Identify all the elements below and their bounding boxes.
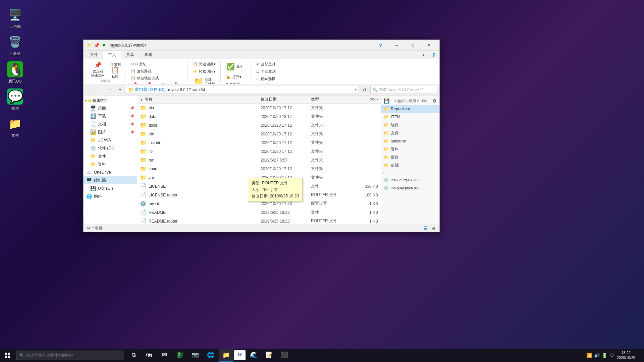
store-app[interactable]: 🛍 (142, 349, 156, 362)
up-button[interactable]: ↑ (106, 85, 114, 94)
refresh-button[interactable]: ↺ (360, 85, 369, 94)
right-panel-software[interactable]: 📁 软件 (381, 121, 439, 129)
camera-app[interactable]: 📷 (188, 349, 203, 362)
ribbon-help-button[interactable]: ? (429, 51, 438, 59)
minimize-button[interactable]: ─ (389, 40, 405, 51)
invert-selection-button[interactable]: ⊟ 反向选择 (254, 75, 277, 82)
select-none-button[interactable]: ☐ 全部取消 (254, 68, 278, 75)
sidebar-item-desktop[interactable]: 🖥️ 桌面 📌 (84, 104, 137, 112)
new-item-button[interactable]: 📋 新建项目▾ (191, 61, 218, 67)
speaker-icon[interactable]: 🔊 (594, 353, 600, 358)
taskbar-search-bar[interactable]: 🔍 (16, 351, 123, 360)
sidebar-item-onedrive[interactable]: ☁️ OneDrive (84, 168, 137, 176)
open-button[interactable]: 🔓 打开▾ (224, 73, 244, 80)
right-panel-repository[interactable]: 📁 Repository (381, 105, 439, 113)
svg-rect-3 (8, 356, 10, 358)
paste-shortcut-button[interactable]: 📋 粘贴快捷方式 (129, 75, 161, 81)
col-name-header[interactable]: ▲ 名称 (140, 97, 261, 102)
table-row[interactable]: 📁docs 2020/10/20 17:12 文件夹 (137, 121, 381, 130)
ribbon-collapse-button[interactable]: ▲ (419, 51, 428, 59)
list-view-button[interactable]: ☰ (422, 225, 429, 232)
table-row[interactable]: 📁lib 2020/10/20 17:12 文件夹 (137, 147, 381, 156)
sidebar-item-pictures[interactable]: 🖼️ 图片 📌 (84, 128, 137, 136)
right-panel-item[interactable]: 📁 ITEM (381, 113, 439, 121)
back-button[interactable]: ← (86, 85, 94, 94)
forward-button[interactable]: → (96, 85, 104, 94)
start-button[interactable] (0, 349, 15, 362)
sidebar-item-resources[interactable]: 📁 资料 (84, 160, 137, 168)
security-icon[interactable]: 🛡 (609, 353, 614, 358)
taskbar-time[interactable]: 18:22 2020/10/20 (617, 350, 635, 361)
right-panel-lancame[interactable]: 📁 lancame (381, 137, 439, 145)
edge-app[interactable]: 🌊 (246, 349, 261, 362)
mail-app[interactable]: ✉ (157, 349, 172, 362)
sidebar-item-files[interactable]: 📁 文件 (84, 152, 137, 160)
select-all-button[interactable]: ☑ 全部选择 (254, 61, 278, 67)
col-date-header[interactable]: 修改日期 (261, 97, 311, 102)
expand-arrow-icon[interactable]: › (382, 170, 384, 175)
desktop-icon-this-pc[interactable]: 🖥️ 此电脑 (3, 7, 27, 29)
sidebar-item-documents[interactable]: 📄 文档 📌 (84, 120, 137, 128)
lancame-label: lancame (391, 139, 406, 143)
network-sys-icon[interactable]: 📶 (586, 353, 592, 358)
right-panel-backend[interactable]: 📁 后台 (381, 153, 439, 161)
detail-view-button[interactable]: ⊞ (430, 225, 437, 232)
address-bar[interactable]: 📁 此电脑 › 软件 (D:) › mysql-8.0.17-winx64 ▾ (126, 86, 359, 94)
desktop-icon-files[interactable]: 📁 文件 (3, 116, 27, 138)
close-button[interactable]: ✕ (421, 40, 437, 51)
tab-home[interactable]: 主页 (103, 51, 121, 59)
tab-share[interactable]: 共享 (121, 51, 139, 59)
sidebar-item-u-disk[interactable]: 💾 U盘 (G:) (84, 184, 137, 192)
search-bar[interactable]: 🔍 搜索"mysql-8.0.17-winx64" (370, 86, 437, 94)
help-button[interactable]: ? (373, 40, 388, 51)
table-row[interactable]: 📁data 2020/10/20 18:17 文件夹 (137, 112, 381, 121)
table-row[interactable]: 📁etc 2020/10/20 17:12 文件夹 (137, 130, 381, 138)
app1-taskbar[interactable]: 🐉 (172, 349, 187, 362)
table-row[interactable]: 📁include 2020/10/20 17:12 文件夹 (137, 138, 381, 147)
col-size-header[interactable]: 大小 (351, 97, 378, 102)
tab-view[interactable]: 查看 (139, 51, 157, 59)
col-type-header[interactable]: 类型 (311, 97, 351, 102)
breadcrumb-this-pc[interactable]: 此电脑 (135, 87, 147, 93)
tab-file[interactable]: 文件 (85, 51, 103, 59)
sidebar-item-downloads[interactable]: ⬇️ 下载 📌 (84, 112, 137, 120)
paste-button[interactable]: 📋 粘贴 (108, 67, 122, 77)
table-row[interactable]: 📁run 2019/6/27 5:57 文件夹 (137, 156, 381, 165)
right-panel-resources[interactable]: 📁 资料 (381, 145, 439, 153)
terminal-app[interactable]: ⬛ (277, 349, 292, 362)
maximize-button[interactable]: □ (405, 40, 421, 51)
taskbar-search-input[interactable] (26, 353, 113, 358)
pin-to-quick-access-button[interactable]: 📌 固定到快速访问 (89, 61, 107, 78)
recent-locations-button[interactable]: ▼ (116, 85, 124, 94)
desktop-icon-wechat[interactable]: 💬 微信 (3, 88, 27, 111)
sidebar-item-1java[interactable]: 📁 1-JAVA (84, 136, 137, 144)
right-panel-settings-icon[interactable]: ⚙ (432, 98, 437, 104)
cut-button[interactable]: ✂ ✂ 剪切 (129, 61, 149, 67)
right-panel-frontend[interactable]: 📁 前端 (381, 161, 439, 169)
show-desktop-button[interactable] (638, 350, 641, 360)
right-panel-files[interactable]: 📁 文件 (381, 129, 439, 137)
right-panel-ins2[interactable]: 💿 ins-g84epncf-106.... (381, 184, 439, 192)
breadcrumb-software[interactable]: 软件 (D:) (150, 87, 165, 93)
quick-access-expand[interactable]: ▾ (85, 99, 87, 103)
easy-access-button[interactable]: ⚡ 轻松访问▾ (191, 68, 218, 75)
taskview-app[interactable]: ⧉ (126, 349, 141, 362)
table-row[interactable]: 📄README.router 2019/6/25 18:23 ROUTER 文件… (137, 217, 381, 224)
table-row[interactable]: 📄README 2019/6/25 18:23 文件 1 KB (137, 208, 381, 217)
sidebar-item-software-d[interactable]: 💿 软件 (D:) (84, 144, 137, 152)
desktop-icon-recycle[interactable]: 🗑️ 回收站 (3, 34, 27, 56)
word-app[interactable]: W (234, 350, 246, 360)
breadcrumb-dropdown-arrow[interactable]: ▾ (355, 88, 357, 92)
explorer-app[interactable]: 📁 (219, 349, 233, 362)
table-row[interactable]: 📁bin 2020/10/20 17:12 文件夹 (137, 104, 381, 112)
right-panel-ins1[interactable]: 💿 ins-1vl9rq07-132.2... (381, 176, 439, 184)
desktop-icon-qq[interactable]: 🐧 腾讯QQ (3, 61, 27, 83)
copy-path-button[interactable]: 📋 复制路径 (129, 68, 154, 74)
notepad-app[interactable]: 📝 (262, 349, 276, 362)
battery-icon[interactable]: 🔋 (602, 353, 607, 358)
sidebar-item-network[interactable]: 🌐 网络 (84, 192, 137, 200)
table-row[interactable]: 📁share 2020/10/20 17:12 文件夹 (137, 165, 381, 173)
sidebar-item-this-pc[interactable]: 🖥️ 此电脑 (84, 176, 137, 184)
chrome-app[interactable]: 🌐 (203, 349, 218, 362)
properties-button[interactable]: ✅ 属性 (224, 61, 245, 73)
